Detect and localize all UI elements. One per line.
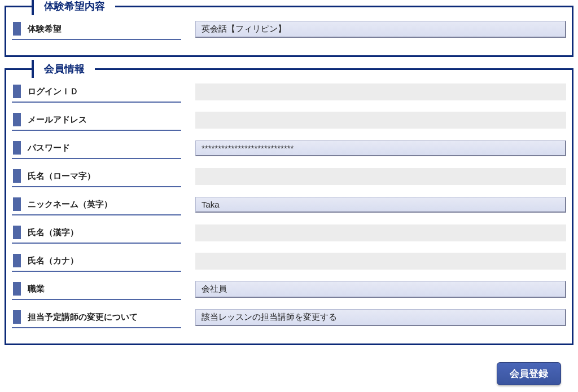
value-wrap: 該当レッスンの担当講師を変更する — [195, 307, 566, 328]
label-text: 担当予定講師の変更について — [28, 312, 138, 323]
label-marker-icon — [13, 85, 21, 98]
value-wrap: 英会話【フィリピン】 — [195, 19, 566, 40]
label-text: ログインＩＤ — [28, 86, 78, 97]
label-instructor-change: 担当予定講師の変更について — [12, 307, 181, 328]
value-wrap: Taka — [195, 194, 566, 215]
button-bar: 会員登録 — [0, 356, 578, 391]
label-name-kanji: 氏名（漢字） — [12, 222, 181, 244]
value-wrap — [195, 222, 566, 244]
value-instructor-change: 該当レッスンの担当講師を変更する — [195, 309, 566, 326]
label-email: メールアドレス — [12, 109, 181, 131]
register-button[interactable]: 会員登録 — [497, 362, 561, 385]
value-nickname: Taka — [195, 197, 566, 213]
value-login-id — [195, 83, 566, 100]
value-wrap — [195, 81, 566, 103]
label-text: 氏名（ローマ字） — [28, 171, 95, 182]
value-name-romaji — [195, 168, 566, 185]
label-nickname: ニックネーム（英字） — [12, 194, 181, 215]
label-marker-icon — [13, 169, 21, 183]
value-wrap: **************************** — [195, 138, 566, 159]
label-name-kana: 氏名（カナ） — [12, 250, 181, 272]
value-trial-preference: 英会話【フィリピン】 — [195, 21, 566, 38]
legend-member: 会員情報 — [32, 60, 95, 78]
label-marker-icon — [13, 310, 21, 324]
value-email — [195, 112, 566, 129]
legend-trial: 体験希望内容 — [32, 0, 115, 15]
label-marker-icon — [13, 254, 21, 267]
value-name-kanji — [195, 224, 566, 241]
value-wrap — [195, 166, 566, 187]
label-text: 体験希望 — [28, 24, 62, 34]
value-wrap — [195, 250, 566, 272]
label-marker-icon — [13, 282, 21, 296]
row-login-id: ログインＩＤ — [12, 81, 566, 103]
row-occupation: 職業 会社員 — [12, 279, 566, 300]
label-password: パスワード — [12, 138, 181, 159]
label-trial-preference: 体験希望 — [12, 19, 181, 40]
value-wrap — [195, 109, 566, 131]
label-marker-icon — [13, 141, 21, 155]
row-trial-preference: 体験希望 英会話【フィリピン】 — [12, 19, 566, 40]
fieldset-member: 会員情報 ログインＩＤ メールアドレス パスワード **************… — [5, 68, 573, 345]
row-name-romaji: 氏名（ローマ字） — [12, 166, 566, 187]
label-text: 職業 — [28, 284, 45, 294]
value-name-kana — [195, 253, 566, 270]
label-text: パスワード — [28, 143, 70, 153]
label-marker-icon — [13, 197, 21, 211]
label-text: 氏名（カナ） — [28, 256, 78, 266]
label-occupation: 職業 — [12, 279, 181, 300]
row-name-kanji: 氏名（漢字） — [12, 222, 566, 244]
label-text: ニックネーム（英字） — [28, 199, 112, 210]
value-password: **************************** — [195, 140, 566, 156]
label-marker-icon — [13, 22, 21, 36]
label-name-romaji: 氏名（ローマ字） — [12, 166, 181, 187]
value-occupation: 会社員 — [195, 281, 566, 298]
row-email: メールアドレス — [12, 109, 566, 131]
label-text: 氏名（漢字） — [28, 227, 78, 238]
row-name-kana: 氏名（カナ） — [12, 250, 566, 272]
value-wrap: 会社員 — [195, 279, 566, 300]
label-marker-icon — [13, 226, 21, 239]
row-instructor-change: 担当予定講師の変更について 該当レッスンの担当講師を変更する — [12, 307, 566, 328]
label-marker-icon — [13, 113, 21, 126]
fieldset-trial: 体験希望内容 体験希望 英会話【フィリピン】 — [5, 6, 573, 57]
row-password: パスワード **************************** — [12, 138, 566, 159]
label-text: メールアドレス — [28, 114, 87, 125]
row-nickname: ニックネーム（英字） Taka — [12, 194, 566, 215]
label-login-id: ログインＩＤ — [12, 81, 181, 103]
